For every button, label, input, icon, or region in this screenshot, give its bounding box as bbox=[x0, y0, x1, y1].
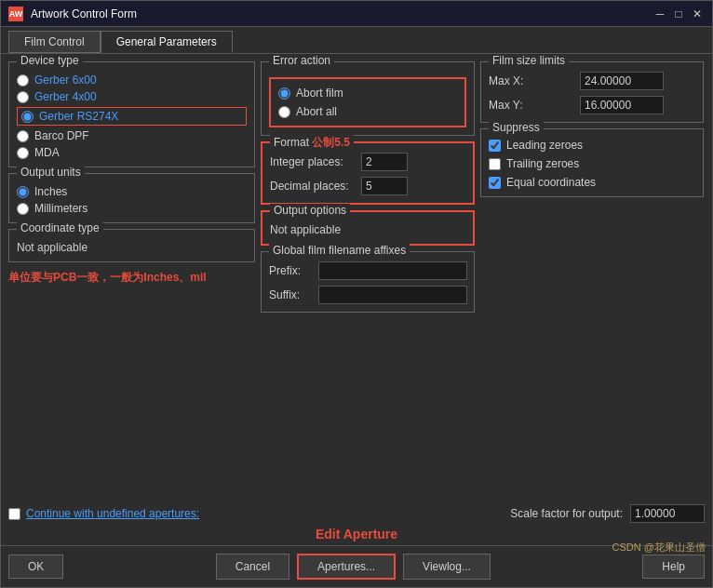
output-options-label: Output options bbox=[270, 204, 350, 217]
viewlog-button[interactable]: Viewlog... bbox=[403, 554, 491, 580]
app-icon: AW bbox=[8, 7, 23, 21]
watermark: CSDN @花果山圣僧 bbox=[612, 541, 706, 555]
suppress-label: Suppress bbox=[489, 121, 544, 134]
decimal-places-input[interactable] bbox=[361, 177, 408, 195]
suppress-leading-label: Leading zeroes bbox=[506, 139, 583, 152]
device-mda-label: MDA bbox=[34, 146, 60, 159]
prefix-input[interactable] bbox=[318, 261, 467, 280]
annotation-text: 单位要与PCB一致，一般为Inches、mil bbox=[8, 268, 255, 287]
output-options-group: Output options Not applicable bbox=[261, 210, 475, 246]
scale-input[interactable] bbox=[630, 504, 705, 523]
device-gerber6x00[interactable]: Gerber 6x00 bbox=[17, 74, 247, 87]
film-size-limits-label: Film size limits bbox=[489, 54, 569, 67]
suppress-leading[interactable]: Leading zeroes bbox=[489, 139, 695, 152]
coordinate-type-label: Coordinate type bbox=[17, 221, 103, 234]
device-gerber4x00[interactable]: Gerber 4x00 bbox=[17, 90, 247, 103]
right-column: Film size limits Max X: Max Y: Suppress … bbox=[480, 61, 704, 493]
coordinate-type-value: Not applicable bbox=[17, 241, 247, 254]
cancel-button[interactable]: Cancel bbox=[216, 554, 289, 580]
tab-general-parameters[interactable]: General Parameters bbox=[101, 31, 233, 53]
format-badge: 公制5.5 bbox=[312, 136, 350, 149]
error-action-group: Error action Abort film Abort all bbox=[261, 61, 475, 136]
global-film-group: Global film filename affixes Prefix: Suf… bbox=[261, 251, 475, 313]
output-units-label: Output units bbox=[17, 166, 85, 179]
button-bar: OK Cancel Apertures... Viewlog... Help bbox=[1, 545, 712, 587]
unit-inches[interactable]: Inches bbox=[17, 185, 247, 198]
coordinate-type-group: Coordinate type Not applicable bbox=[8, 229, 255, 262]
title-bar: AW Artwork Control Form ─ □ ✕ bbox=[1, 1, 712, 27]
suppress-group: Suppress Leading zeroes Trailing zeroes … bbox=[480, 128, 704, 197]
help-button[interactable]: Help bbox=[642, 555, 705, 579]
decimal-places-row: Decimal places: bbox=[270, 177, 465, 195]
output-options-value: Not applicable bbox=[270, 223, 465, 236]
max-x-label: Max X: bbox=[489, 74, 572, 87]
error-abort-all-label: Abort all bbox=[296, 105, 337, 118]
unit-millimeters[interactable]: Millimeters bbox=[17, 202, 247, 215]
global-film-label: Global film filename affixes bbox=[269, 244, 410, 257]
prefix-row: Prefix: bbox=[269, 261, 466, 280]
device-barcoDPF-label: Barco DPF bbox=[34, 129, 89, 142]
continue-row: Continue with undefined apertures: bbox=[8, 507, 199, 520]
error-abort-film[interactable]: Abort film bbox=[278, 87, 457, 100]
scale-label: Scale factor for output: bbox=[510, 507, 623, 520]
minimize-button[interactable]: ─ bbox=[652, 7, 667, 21]
edit-aperture-area: Edit Aperture bbox=[8, 527, 705, 541]
unit-millimeters-label: Millimeters bbox=[34, 202, 87, 215]
device-gerberRS274X-label: Gerber RS274X bbox=[39, 110, 118, 123]
error-abort-all[interactable]: Abort all bbox=[278, 105, 457, 118]
format-label: Format 公制5.5 bbox=[270, 135, 354, 151]
max-x-input[interactable] bbox=[580, 72, 664, 90]
main-content: Device type Gerber 6x00 Gerber 4x00 Gerb… bbox=[1, 54, 712, 501]
error-abort-film-label: Abort film bbox=[296, 87, 343, 100]
integer-places-label: Integer places: bbox=[270, 155, 354, 168]
suffix-row: Suffix: bbox=[269, 286, 466, 304]
bottom-section: Continue with undefined apertures: Scale… bbox=[1, 501, 712, 545]
output-units-group: Output units Inches Millimeters bbox=[8, 173, 255, 223]
integer-places-row: Integer places: bbox=[270, 153, 465, 171]
scale-row: Scale factor for output: bbox=[510, 501, 705, 527]
device-gerberRS274X[interactable]: Gerber RS274X bbox=[17, 107, 247, 126]
continue-checkbox[interactable] bbox=[8, 508, 20, 520]
device-barcoDPF[interactable]: Barco DPF bbox=[17, 129, 247, 142]
tab-film-control[interactable]: Film Control bbox=[8, 31, 101, 53]
max-y-label: Max Y: bbox=[489, 99, 572, 112]
suppress-equal-label: Equal coordinates bbox=[506, 176, 596, 189]
max-y-row: Max Y: bbox=[489, 96, 695, 114]
film-size-limits-group: Film size limits Max X: Max Y: bbox=[480, 61, 704, 123]
suffix-input[interactable] bbox=[318, 286, 467, 304]
suffix-label: Suffix: bbox=[269, 288, 311, 301]
tab-bar: Film Control General Parameters bbox=[1, 27, 712, 54]
integer-places-input[interactable] bbox=[361, 153, 408, 171]
device-gerber6x00-label: Gerber 6x00 bbox=[34, 74, 97, 87]
max-y-input[interactable] bbox=[580, 96, 664, 114]
suppress-trailing[interactable]: Trailing zeroes bbox=[489, 157, 695, 170]
main-window: AW Artwork Control Form ─ □ ✕ Film Contr… bbox=[0, 0, 713, 588]
device-mda[interactable]: MDA bbox=[17, 146, 247, 159]
device-type-options: Gerber 6x00 Gerber 4x00 Gerber RS274X Ba… bbox=[17, 74, 247, 159]
format-group: Format 公制5.5 Integer places: Decimal pla… bbox=[261, 141, 475, 205]
bottom-row1: Continue with undefined apertures: Scale… bbox=[8, 501, 705, 527]
suppress-trailing-label: Trailing zeroes bbox=[506, 157, 579, 170]
unit-inches-label: Inches bbox=[34, 185, 67, 198]
middle-column: Error action Abort film Abort all Format bbox=[261, 61, 475, 493]
window-title: Artwork Control Form bbox=[31, 7, 652, 20]
window-controls: ─ □ ✕ bbox=[652, 7, 705, 21]
decimal-places-label: Decimal places: bbox=[270, 180, 354, 193]
error-action-options: Abort film Abort all bbox=[269, 77, 466, 127]
max-x-row: Max X: bbox=[489, 72, 695, 90]
device-type-group: Device type Gerber 6x00 Gerber 4x00 Gerb… bbox=[8, 61, 255, 167]
close-button[interactable]: ✕ bbox=[690, 7, 705, 21]
suppress-equal[interactable]: Equal coordinates bbox=[489, 176, 695, 189]
left-column: Device type Gerber 6x00 Gerber 4x00 Gerb… bbox=[8, 61, 255, 493]
prefix-label: Prefix: bbox=[269, 264, 311, 277]
device-gerber4x00-label: Gerber 4x00 bbox=[34, 90, 97, 103]
output-units-options: Inches Millimeters bbox=[17, 185, 247, 215]
device-type-label: Device type bbox=[17, 54, 83, 67]
edit-aperture-label: Edit Aperture bbox=[316, 527, 397, 541]
maximize-button[interactable]: □ bbox=[671, 7, 686, 21]
center-buttons: Cancel Apertures... Viewlog... bbox=[216, 554, 491, 580]
ok-button[interactable]: OK bbox=[8, 555, 63, 579]
apertures-button[interactable]: Apertures... bbox=[297, 554, 396, 580]
continue-label: Continue with undefined apertures: bbox=[26, 507, 199, 520]
error-action-label: Error action bbox=[269, 54, 334, 67]
